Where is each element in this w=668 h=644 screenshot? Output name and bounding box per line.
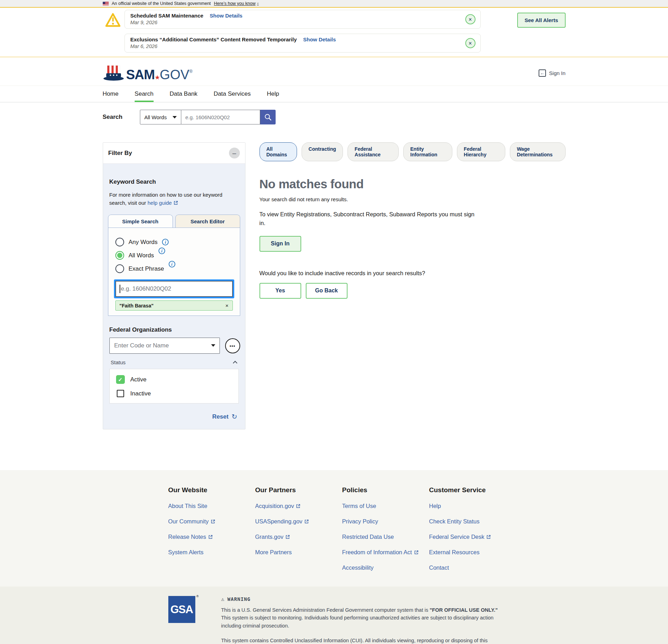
footer-link-label: Restricted Data Use bbox=[342, 534, 394, 540]
nav-item-home[interactable]: Home bbox=[103, 90, 119, 102]
nav-item-help[interactable]: Help bbox=[267, 90, 279, 102]
footer-link-label: Release Notes bbox=[168, 534, 206, 540]
status-section-toggle[interactable]: Status bbox=[108, 354, 240, 369]
external-link-icon bbox=[304, 519, 309, 524]
radio-all-words-label: All Words bbox=[129, 252, 154, 259]
federal-org-combobox[interactable] bbox=[109, 338, 220, 354]
footer-link-label: About This Site bbox=[168, 503, 208, 509]
inactive-records-question: Would you like to include inactive recor… bbox=[259, 270, 566, 277]
footer-link-accessibility[interactable]: Accessibility bbox=[342, 564, 429, 571]
footer-link-label: Accessibility bbox=[342, 564, 374, 571]
footer-link-contact[interactable]: Contact bbox=[429, 564, 516, 571]
radio-all-words[interactable] bbox=[115, 251, 124, 260]
footer-links-section: Our Website About This Site Our Communit… bbox=[0, 470, 668, 587]
alert-title: Scheduled SAM Maintenance bbox=[130, 13, 203, 19]
footer-link-grants-gov[interactable]: Grants.gov bbox=[255, 534, 342, 540]
alert-date: Mar 9, 2026 bbox=[130, 20, 461, 25]
logo-sam: SAM bbox=[126, 67, 155, 82]
tab-simple-search[interactable]: Simple Search bbox=[108, 215, 173, 228]
sign-in-link[interactable]: ← Sign In bbox=[539, 69, 566, 77]
footer-link-foia[interactable]: Freedom of Information Act bbox=[342, 549, 429, 556]
nav-item-search[interactable]: Search bbox=[135, 90, 154, 102]
footer-link-more-partners[interactable]: More Partners bbox=[255, 549, 342, 556]
sign-in-arrow-icon: ← bbox=[539, 69, 546, 77]
go-back-button[interactable]: Go Back bbox=[306, 283, 348, 299]
external-link-icon bbox=[296, 504, 301, 508]
radio-row-any-words[interactable]: Any Words i bbox=[115, 238, 233, 246]
reset-label: Reset bbox=[212, 413, 228, 420]
pill-entity-information[interactable]: Entity Information bbox=[403, 142, 452, 161]
nav-item-data-bank[interactable]: Data Bank bbox=[170, 90, 197, 102]
pill-wage-determinations[interactable]: Wage Determinations bbox=[510, 142, 566, 161]
heres-how-you-know-link[interactable]: Here’s how you know ˅ bbox=[214, 1, 259, 6]
footer-link-usaspending-gov[interactable]: USASpending.gov bbox=[255, 518, 342, 525]
footer-link-privacy-policy[interactable]: Privacy Policy bbox=[342, 518, 429, 525]
checkbox-inactive-unchecked[interactable] bbox=[117, 390, 124, 397]
footer-link-help[interactable]: Help bbox=[429, 503, 516, 509]
checkbox-row-active[interactable]: ✓ Active bbox=[116, 375, 232, 384]
logo-gov: GOV bbox=[160, 67, 189, 82]
close-icon: × bbox=[468, 16, 472, 22]
alert-exclusions: Exclusions “Additional Comments” Content… bbox=[124, 34, 481, 53]
global-search-input[interactable] bbox=[181, 110, 260, 124]
info-icon[interactable]: i bbox=[169, 261, 175, 267]
alert-close-button[interactable]: × bbox=[465, 38, 475, 48]
pill-contracting[interactable]: Contracting bbox=[302, 142, 343, 161]
pill-federal-assistance[interactable]: Federal Assistance bbox=[348, 142, 399, 161]
chevron-up-icon bbox=[233, 361, 237, 365]
keyword-chip-label: "Faith Barasa" bbox=[120, 303, 154, 309]
show-details-link[interactable]: Show Details bbox=[303, 36, 336, 42]
footer-heading: Customer Service bbox=[429, 486, 516, 494]
radio-any-words[interactable] bbox=[115, 238, 124, 246]
alert-close-button[interactable]: × bbox=[465, 14, 475, 25]
footer-link-terms-of-use[interactable]: Terms of Use bbox=[342, 503, 429, 509]
footer-link-federal-service-desk[interactable]: Federal Service Desk bbox=[429, 534, 516, 540]
search-label: Search bbox=[103, 114, 140, 121]
info-icon[interactable]: i bbox=[158, 248, 165, 254]
checkbox-row-inactive[interactable]: Inactive bbox=[116, 390, 232, 397]
ellipsis-icon: ••• bbox=[230, 343, 236, 348]
radio-row-exact-phrase[interactable]: Exact Phrase i bbox=[115, 264, 233, 273]
footer-link-restricted-data-use[interactable]: Restricted Data Use bbox=[342, 534, 429, 540]
show-details-link[interactable]: Show Details bbox=[210, 13, 242, 19]
federal-org-input[interactable] bbox=[109, 338, 220, 354]
pill-all-domains[interactable]: All Domains bbox=[259, 142, 297, 161]
radio-exact-phrase[interactable] bbox=[115, 264, 124, 273]
keyword-search-input[interactable] bbox=[115, 281, 233, 297]
alert-title: Exclusions “Additional Comments” Content… bbox=[130, 36, 297, 42]
pill-federal-hierarchy[interactable]: Federal Hierarchy bbox=[457, 142, 505, 161]
help-guide-link[interactable]: help guide bbox=[148, 199, 178, 207]
reset-filters[interactable]: Reset ↻ bbox=[108, 404, 240, 421]
checkbox-active-checked[interactable]: ✓ bbox=[116, 375, 125, 384]
chip-remove-icon[interactable]: × bbox=[225, 303, 229, 309]
search-bar-section: Search All Words bbox=[0, 102, 668, 134]
logo-wordmark: SAM★GOV® bbox=[126, 68, 192, 81]
radio-row-all-words[interactable]: All Words i bbox=[115, 251, 233, 260]
external-link-icon bbox=[414, 550, 419, 555]
gov-banner-text: An official website of the United States… bbox=[112, 1, 211, 6]
collapse-filters-button[interactable]: – bbox=[229, 148, 240, 158]
footer-link-external-resources[interactable]: External Resources bbox=[429, 549, 516, 556]
keyword-tabs: Simple Search Search Editor bbox=[108, 215, 240, 228]
footer-link-release-notes[interactable]: Release Notes bbox=[168, 534, 255, 540]
nav-item-data-services[interactable]: Data Services bbox=[214, 90, 251, 102]
footer-link-acquisition-gov[interactable]: Acquisition.gov bbox=[255, 503, 342, 509]
search-submit-button[interactable] bbox=[260, 110, 276, 124]
info-icon[interactable]: i bbox=[162, 239, 169, 245]
footer-link-about-this-site[interactable]: About This Site bbox=[168, 503, 255, 509]
see-all-alerts-button[interactable]: See All Alerts bbox=[517, 13, 566, 28]
footer-link-system-alerts[interactable]: System Alerts bbox=[168, 549, 255, 556]
caret-down-icon bbox=[211, 344, 215, 347]
yes-button[interactable]: Yes bbox=[259, 283, 301, 299]
footer-column-our-website: Our Website About This Site Our Communit… bbox=[168, 486, 255, 571]
sam-gov-logo[interactable]: SAM★GOV® bbox=[103, 65, 192, 81]
footer-link-our-community[interactable]: Our Community bbox=[168, 518, 255, 525]
tab-search-editor[interactable]: Search Editor bbox=[175, 215, 240, 228]
search-mode-select[interactable]: All Words bbox=[140, 110, 181, 124]
footer-link-check-entity-status[interactable]: Check Entity Status bbox=[429, 518, 516, 525]
warning-triangle-icon bbox=[105, 13, 121, 27]
footer-link-label: Our Community bbox=[168, 518, 209, 525]
warning-icon: ⚠ bbox=[221, 596, 225, 602]
more-options-button[interactable]: ••• bbox=[225, 338, 240, 353]
sign-in-button[interactable]: Sign In bbox=[259, 236, 301, 252]
